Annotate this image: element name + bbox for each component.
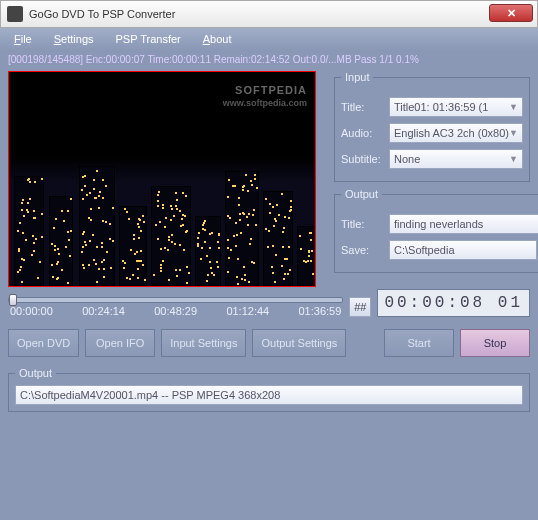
menu-about[interactable]: About — [193, 30, 242, 48]
chevron-down-icon: ▼ — [509, 154, 518, 164]
output-title-input[interactable] — [389, 214, 538, 234]
output-title-label: Title: — [341, 218, 383, 230]
menu-settings-label: ettings — [61, 33, 93, 45]
window-title: GoGo DVD To PSP Converter — [29, 8, 175, 20]
input-group: Input Title: Title01: 01:36:59 (1 ▼ Audi… — [334, 71, 530, 182]
output-legend: Output — [341, 188, 382, 200]
input-title-select[interactable]: Title01: 01:36:59 (1 ▼ — [389, 97, 523, 117]
timecode-display: 00:00:08 01 — [377, 289, 530, 317]
input-audio-select[interactable]: English AC3 2ch (0x80) ▼ — [389, 123, 523, 143]
preview-image — [9, 156, 315, 286]
input-audio-label: Audio: — [341, 127, 383, 139]
close-button[interactable]: ✕ — [489, 4, 533, 22]
hash-button[interactable]: ## — [349, 297, 371, 317]
input-subtitle-label: Subtitle: — [341, 153, 383, 165]
output-save-label: Save: — [341, 244, 383, 256]
watermark: SOFTPEDIA www.softpedia.com — [223, 80, 307, 108]
title-bar: GoGo DVD To PSP Converter ✕ — [0, 0, 538, 28]
input-settings-button[interactable]: Input Settings — [161, 329, 246, 357]
menu-bar: File Settings PSP Transfer About — [0, 28, 538, 50]
input-legend: Input — [341, 71, 373, 83]
slider-thumb[interactable] — [9, 294, 17, 306]
menu-file-label: ile — [21, 33, 32, 45]
output-settings-button[interactable]: Output Settings — [252, 329, 346, 357]
timeline-slider[interactable] — [8, 297, 343, 303]
menu-about-label: bout — [210, 33, 231, 45]
app-icon — [7, 6, 23, 22]
chevron-down-icon: ▼ — [509, 128, 518, 138]
open-dvd-button[interactable]: Open DVD — [8, 329, 79, 357]
output-group: Output Title: Save: ... — [334, 188, 538, 273]
input-title-label: Title: — [341, 101, 383, 113]
close-icon: ✕ — [507, 7, 516, 20]
menu-psp-transfer[interactable]: PSP Transfer — [106, 30, 191, 48]
open-ifo-button[interactable]: Open IFO — [85, 329, 155, 357]
output-path-input[interactable] — [15, 385, 523, 405]
start-button[interactable]: Start — [384, 329, 454, 357]
output-path-group: Output — [8, 367, 530, 412]
menu-file[interactable]: File — [4, 30, 42, 48]
status-line: [000198/145488] Enc:00:00:07 Time:00:00:… — [0, 50, 538, 69]
stop-button[interactable]: Stop — [460, 329, 530, 357]
output-save-input[interactable] — [389, 240, 537, 260]
input-subtitle-select[interactable]: None ▼ — [389, 149, 523, 169]
video-preview: SOFTPEDIA www.softpedia.com — [8, 71, 316, 287]
timeline-ticks: 00:00:00 00:24:14 00:48:29 01:12:44 01:3… — [8, 305, 343, 317]
output-path-legend: Output — [15, 367, 56, 379]
menu-settings[interactable]: Settings — [44, 30, 104, 48]
chevron-down-icon: ▼ — [509, 102, 518, 112]
